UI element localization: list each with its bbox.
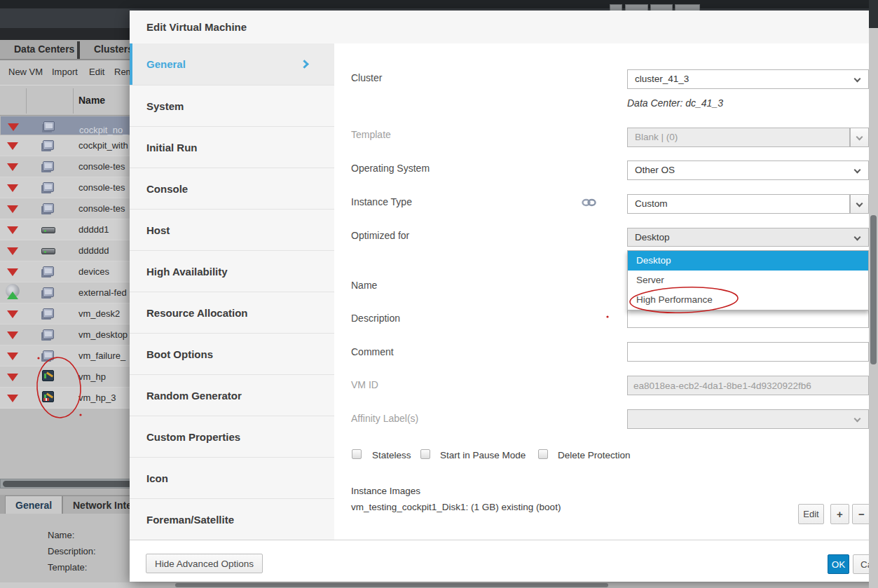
- sidebar-item-label: Resource Allocation: [146, 307, 247, 319]
- template-label: Template: [351, 129, 391, 140]
- sidebar-item-system[interactable]: System: [130, 85, 334, 126]
- top-bar: [0, 0, 878, 8]
- sidebar-item-label: Random Generator: [146, 390, 242, 402]
- page-horizontal-scrollbar[interactable]: [0, 582, 878, 588]
- scrollbar-thumb[interactable]: [870, 215, 877, 364]
- vm-name: console-tes: [78, 182, 125, 193]
- chevron-down-icon: [854, 76, 861, 83]
- vm-id-label: VM ID: [351, 379, 378, 390]
- optimized-for-label: Optimized for: [351, 230, 409, 241]
- vm-type-server-icon: [41, 248, 55, 254]
- sidebar-item-icon[interactable]: Icon: [130, 457, 334, 498]
- start-in-pause-mode-checkbox[interactable]: [420, 449, 430, 459]
- stateless-checkbox[interactable]: [352, 449, 362, 459]
- header-button[interactable]: [675, 4, 700, 11]
- sidebar-item-high-availability[interactable]: High Availability: [130, 250, 334, 292]
- new-vm-button[interactable]: New VM: [8, 67, 43, 77]
- page-vertical-scrollbar[interactable]: [869, 0, 878, 588]
- vm-name: vm_desk2: [78, 308, 120, 319]
- cluster-select[interactable]: cluster_41_3: [627, 69, 869, 89]
- detail-template-label: Template:: [48, 562, 87, 573]
- vm-status-up-icon: [7, 292, 18, 299]
- sidebar-item-resource-allocation[interactable]: Resource Allocation: [130, 292, 334, 333]
- vm-id-input: [627, 376, 869, 395]
- dropdown-option-server[interactable]: Server: [628, 271, 868, 290]
- instance-type-select[interactable]: Custom: [627, 194, 850, 214]
- sidebar-item-custom-properties[interactable]: Custom Properties: [130, 416, 334, 457]
- sidebar-item-label: System: [146, 100, 184, 112]
- disk-edit-button[interactable]: Edit: [798, 504, 824, 524]
- operating-system-select[interactable]: Other OS: [627, 160, 869, 180]
- edit-button[interactable]: Edit: [89, 67, 104, 77]
- dropdown-option-high-performance[interactable]: High Performance: [628, 290, 868, 310]
- edit-vm-dialog: Edit Virtual Machine General System Init…: [130, 11, 878, 582]
- dialog-footer: Hide Advanced Options OK Cancel: [130, 540, 878, 582]
- ok-button[interactable]: OK: [828, 554, 849, 574]
- detail-name-label: Name:: [48, 530, 74, 540]
- chevron-down-icon: [856, 200, 863, 207]
- vm-type-desktop-icon: [43, 121, 55, 131]
- name-label: Name: [351, 280, 377, 291]
- import-button[interactable]: Import: [52, 67, 78, 77]
- vm-status-down-icon: [7, 374, 18, 381]
- vm-status-down-icon: [7, 310, 18, 318]
- disk-remove-button[interactable]: −: [852, 504, 871, 524]
- operating-system-label: Operating System: [351, 163, 430, 174]
- tab-general[interactable]: General: [5, 495, 62, 514]
- vm-name: cockpit_with: [78, 140, 128, 151]
- name-column-header[interactable]: Name: [78, 95, 105, 106]
- vm-type-desktop-icon: [43, 161, 54, 171]
- description-input[interactable]: [627, 308, 869, 328]
- scrollbar-thumb[interactable]: [175, 583, 608, 587]
- sidebar-item-label: Custom Properties: [146, 431, 240, 443]
- vm-name: console-tes: [78, 161, 125, 172]
- vm-name: vm_desktop: [78, 329, 128, 340]
- vm-type-desktop-icon: [43, 203, 54, 213]
- start-in-pause-mode-label: Start in Pause Mode: [440, 450, 526, 460]
- dialog-sidebar: General System Initial Run Console Host …: [130, 43, 334, 540]
- sidebar-item-console[interactable]: Console: [130, 167, 334, 209]
- annotation-dot: [79, 413, 81, 416]
- comment-label: Comment: [351, 346, 394, 357]
- sidebar-item-initial-run[interactable]: Initial Run: [130, 126, 334, 167]
- sidebar-item-random-generator[interactable]: Random Generator: [130, 374, 334, 416]
- vm-type-desktop-icon: [43, 182, 54, 192]
- vm-name: dddddd: [78, 245, 109, 256]
- instance-type-label: Instance Type: [351, 196, 412, 207]
- vm-type-desktop-icon: [43, 140, 54, 150]
- header-button[interactable]: [610, 4, 622, 11]
- tab-data-centers[interactable]: Data Centers: [4, 40, 84, 59]
- dropdown-option-desktop[interactable]: Desktop: [628, 251, 868, 271]
- sidebar-item-label: High Availability: [146, 266, 228, 278]
- sidebar-item-boot-options[interactable]: Boot Options: [130, 333, 334, 374]
- sidebar-item-foreman-satellite[interactable]: Foreman/Satellite: [130, 498, 334, 540]
- column-divider: [26, 88, 27, 114]
- header-button[interactable]: [625, 4, 648, 11]
- vm-status-down-icon: [7, 184, 18, 192]
- instance-images-heading: Instance Images: [351, 486, 420, 496]
- hide-advanced-options-button[interactable]: Hide Advanced Options: [146, 554, 263, 573]
- vm-type-desktop-icon: [43, 266, 54, 276]
- stateless-label: Stateless: [372, 450, 411, 460]
- instance-type-dropdown-button[interactable]: [850, 194, 869, 214]
- chevron-down-icon: [854, 234, 861, 241]
- tab-divider: [77, 41, 80, 59]
- optimized-for-select[interactable]: Desktop: [627, 228, 869, 247]
- sidebar-item-general[interactable]: General: [130, 43, 334, 85]
- delete-protection-checkbox[interactable]: [538, 449, 548, 459]
- dialog-title: Edit Virtual Machine: [146, 21, 247, 33]
- vm-type-desktop-icon: [43, 287, 54, 297]
- sidebar-item-label: General: [146, 58, 186, 70]
- comment-input[interactable]: [627, 342, 869, 362]
- sidebar-item-host[interactable]: Host: [130, 209, 334, 250]
- operating-system-value: Other OS: [635, 165, 675, 175]
- template-dropdown-button: [850, 128, 869, 147]
- vm-name: vm_hp_3: [78, 392, 116, 403]
- app-window: Data Centers Clusters New VM Import Edit…: [0, 0, 878, 588]
- vm-type-desktop-icon: [43, 350, 54, 360]
- instance-type-value: Custom: [635, 198, 668, 209]
- cluster-label: Cluster: [351, 72, 382, 83]
- header-button[interactable]: [650, 4, 673, 11]
- affinity-labels-label: Affinity Label(s): [351, 413, 418, 424]
- disk-add-button[interactable]: +: [830, 504, 849, 524]
